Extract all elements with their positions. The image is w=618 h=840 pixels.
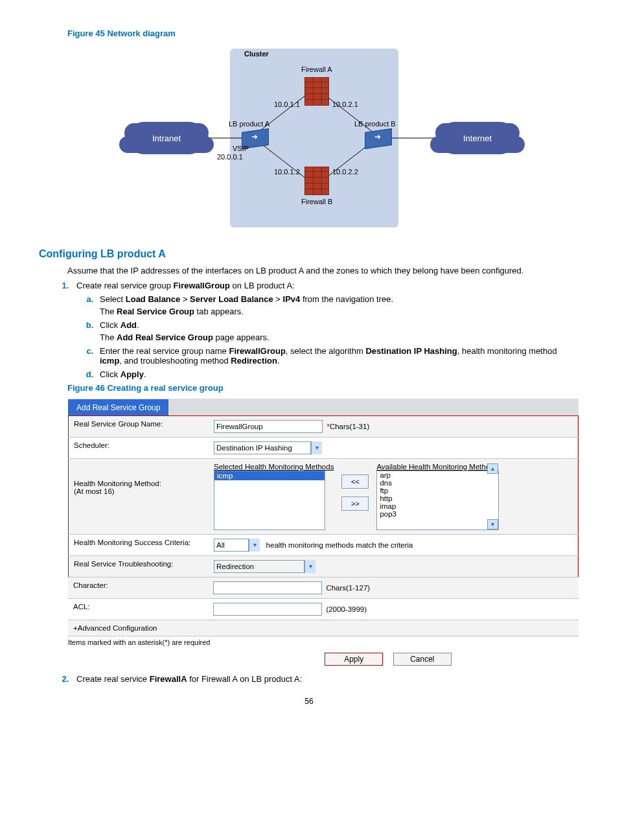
intro-text: Assume that the IP addresses of the inte… xyxy=(67,265,579,277)
selected-header: Selected Health Monitoring Methods xyxy=(214,463,334,471)
list-item[interactable]: ftp xyxy=(377,487,487,495)
t: Create real service xyxy=(76,674,150,684)
selected-item-icmp[interactable]: icmp xyxy=(214,471,325,480)
internet-cloud: Internet xyxy=(439,122,516,154)
section-heading: Configuring LB product A xyxy=(39,248,579,260)
step-1: Create real service group FirewallGroup … xyxy=(71,281,579,379)
t: . xyxy=(277,356,280,366)
tab-add-real-service-group[interactable]: Add Real Service Group xyxy=(68,399,168,415)
add-real-service-group-form: Add Real Service Group Real Service Grou… xyxy=(67,398,579,669)
t: FirewallGroup xyxy=(229,346,285,356)
available-methods-listbox[interactable]: arp dns ftp http imap pop3 ▴ ▾ xyxy=(376,471,499,530)
chevron-down-icon: ▾ xyxy=(304,560,315,573)
step-1a: Select Load Balance > Server Load Balanc… xyxy=(96,294,579,316)
list-item[interactable]: pop3 xyxy=(377,510,487,518)
figure-46-title: Figure 46 Creating a real service group xyxy=(67,383,579,393)
page-number: 56 xyxy=(39,697,579,706)
char-label: Character: xyxy=(68,578,208,599)
scroll-down-icon[interactable]: ▾ xyxy=(487,519,498,530)
t: , health monitoring method xyxy=(457,346,557,356)
trouble-label: Real Service Troubleshooting: xyxy=(69,555,209,577)
t: Load Balance xyxy=(126,294,181,304)
trouble-cell: Redirection▾ xyxy=(209,555,578,577)
ip-fb-left: 10.0.1.2 xyxy=(274,168,300,176)
scheduler-label: Scheduler: xyxy=(69,437,209,458)
move-buttons: << >> xyxy=(341,474,369,511)
apply-button[interactable]: Apply xyxy=(325,653,383,666)
name-label: Real Service Group Name: xyxy=(69,415,209,437)
t: Select xyxy=(100,294,126,304)
firewall-a-label: Firewall A xyxy=(301,65,332,73)
acl-input[interactable] xyxy=(213,603,322,616)
available-header: Available Health Monitoring Methods xyxy=(376,463,499,471)
scheduler-value: Destination IP Hashing xyxy=(214,441,311,454)
name-cell: *Chars(1-31) xyxy=(209,415,578,437)
lb-a-label: LB product A xyxy=(229,120,269,128)
list-item[interactable]: dns xyxy=(377,479,487,487)
scheduler-cell: Destination IP Hashing▾ xyxy=(209,437,578,458)
numbered-steps-cont: Create real service FirewallA for Firewa… xyxy=(71,674,579,684)
success-select[interactable]: All▾ xyxy=(214,539,260,552)
selected-methods-listbox[interactable]: icmp xyxy=(214,471,325,530)
trouble-select[interactable]: Redirection▾ xyxy=(214,560,315,573)
t: > xyxy=(180,294,190,304)
trouble-value: Redirection xyxy=(214,560,304,573)
form-table-lower: Character: Chars(1-127) ACL: (2000-3999)… xyxy=(68,578,578,636)
acl-hint: (2000-3999) xyxy=(326,605,367,613)
list-item[interactable]: arp xyxy=(377,471,487,479)
t: (At most 16) xyxy=(74,487,203,495)
intranet-cloud: Intranet xyxy=(128,122,205,154)
t: . xyxy=(137,320,139,330)
hm-label: Health Monitoring Method: (At most 16) xyxy=(69,458,209,534)
firewall-b-icon xyxy=(304,167,329,195)
hm-cell: Selected Health Monitoring Methods icmp … xyxy=(209,458,578,534)
real-service-group-name-input[interactable] xyxy=(214,420,323,433)
vsip-label: VSIP xyxy=(233,145,249,152)
cluster-label: Cluster xyxy=(244,50,269,58)
list-item[interactable]: imap xyxy=(377,502,487,510)
t: Add Real Service Group xyxy=(117,332,213,342)
available-methods-column: Available Health Monitoring Methods arp … xyxy=(376,463,499,530)
list-item[interactable]: http xyxy=(377,495,487,502)
ip-fa-right: 10.0.2.1 xyxy=(332,100,358,108)
step-1b: Click Add. The Add Real Service Group pa… xyxy=(96,320,579,342)
figure-45-title: Figure 45 Network diagram xyxy=(67,29,579,38)
scroll-up-icon[interactable]: ▴ xyxy=(487,471,498,474)
character-input[interactable] xyxy=(213,581,322,594)
t: FirewallA xyxy=(150,674,187,684)
ip-fb-right: 10.0.2.2 xyxy=(332,168,358,176)
scheduler-select[interactable]: Destination IP Hashing▾ xyxy=(214,441,322,454)
step-1d: Click Apply. xyxy=(96,369,579,379)
t: The xyxy=(100,332,117,342)
advanced-config-toggle[interactable]: +Advanced Configuration xyxy=(68,620,578,636)
t: tab appears. xyxy=(194,307,244,316)
t: Enter the real service group name xyxy=(100,346,229,356)
step1-post: on LB product A: xyxy=(230,281,295,290)
success-value: All xyxy=(214,539,249,552)
cancel-button[interactable]: Cancel xyxy=(393,653,452,666)
acl-label: ACL: xyxy=(68,598,208,620)
step1-bold: FirewallGroup xyxy=(174,281,230,290)
name-hint: Chars(1-31) xyxy=(330,423,369,430)
chevron-down-icon: ▾ xyxy=(311,441,322,454)
step-1b-sub: The Add Real Service Group page appears. xyxy=(100,332,579,342)
acl-cell: (2000-3999) xyxy=(208,598,578,620)
t: > xyxy=(273,294,283,304)
chevron-down-icon: ▾ xyxy=(249,539,260,552)
move-left-button[interactable]: << xyxy=(341,474,369,489)
advanced-label: +Advanced Configuration xyxy=(73,624,157,632)
tab-bar: Add Real Service Group xyxy=(68,399,578,415)
t: Add xyxy=(120,320,137,330)
lb-b-label: LB product B xyxy=(354,120,396,128)
t: Click xyxy=(100,320,120,330)
t: Health Monitoring Method: xyxy=(74,480,203,487)
t: Apply xyxy=(120,369,144,379)
step1-pre: Create real service group xyxy=(76,281,174,290)
t: Server Load Balance xyxy=(190,294,273,304)
t: . xyxy=(144,369,146,379)
required-note: Items marked with an asterisk(*) are req… xyxy=(68,638,578,646)
move-right-button[interactable]: >> xyxy=(341,496,369,511)
char-cell: Chars(1-127) xyxy=(208,578,578,599)
t: page appears. xyxy=(213,332,269,342)
step-2: Create real service FirewallA for Firewa… xyxy=(71,674,579,684)
